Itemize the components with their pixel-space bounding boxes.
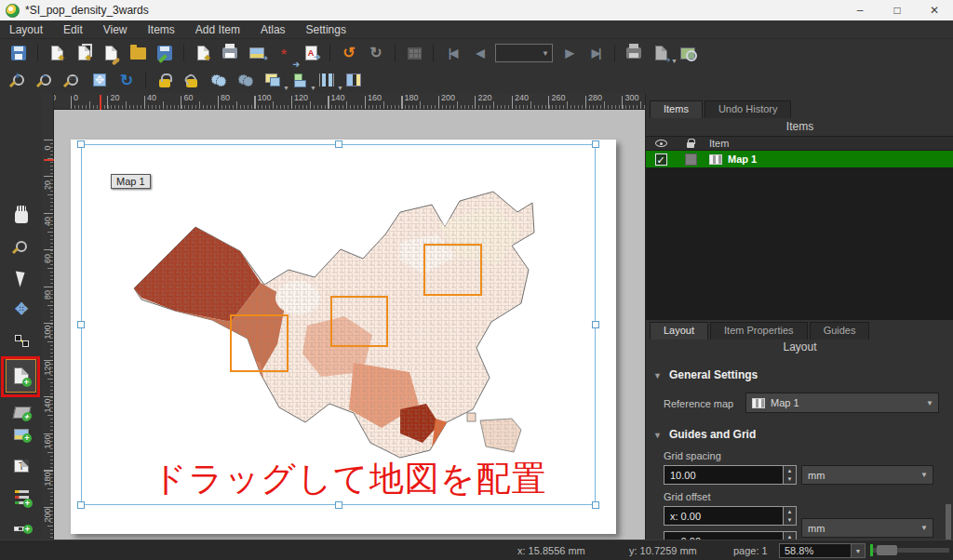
print-layout-icon[interactable] — [219, 42, 241, 64]
ungroup-items-icon[interactable] — [235, 69, 257, 91]
maximize-button[interactable]: □ — [879, 0, 916, 20]
move-arrows-icon: ✥ — [15, 300, 28, 319]
layout-canvas[interactable]: Map 1 ドラッグして地図を配置 — [54, 110, 645, 540]
refresh-view-icon[interactable]: ↻ — [115, 69, 138, 91]
new-layout-icon[interactable] — [46, 42, 68, 64]
minimize-button[interactable]: – — [841, 0, 879, 20]
redo-icon[interactable]: ↻ — [365, 42, 387, 64]
add-scalebar-tool[interactable] — [9, 516, 34, 540]
resize-handle-n[interactable] — [335, 140, 342, 148]
pan-layout-tool[interactable] — [9, 204, 34, 228]
layout-panel-content: ▼General Settings Reference map Map 1 ▼ … — [646, 355, 953, 540]
atlas-settings-icon[interactable] — [403, 42, 425, 64]
duplicate-layout-icon[interactable] — [73, 42, 95, 64]
export-as-pdf-icon[interactable]: A — [300, 42, 322, 64]
zoom-slider[interactable] — [870, 548, 949, 553]
open-layout-icon[interactable] — [127, 42, 149, 64]
grid-offset-y-input[interactable]: y: 0.00 ▲▼ — [664, 531, 797, 540]
add-label-tool[interactable]: T — [9, 454, 34, 478]
menu-layout[interactable]: Layout — [9, 23, 43, 36]
resize-handle-se[interactable] — [592, 501, 599, 509]
save-project-icon[interactable] — [7, 42, 30, 64]
zoom-tool[interactable] — [9, 234, 34, 259]
tab-items[interactable]: Items — [650, 100, 703, 118]
visibility-checkbox[interactable]: ✓ — [655, 153, 667, 166]
add-3d-map-tool[interactable] — [9, 400, 34, 424]
ruler-h-label: 220 — [478, 93, 492, 102]
chevron-down-icon: ▼ — [920, 524, 928, 532]
ruler-v-label: 200 — [43, 508, 52, 523]
move-item-content-tool[interactable]: ✥ — [9, 297, 34, 321]
ruler-h-label: 140 — [331, 93, 345, 102]
resize-handle-s[interactable] — [335, 501, 342, 509]
zoom-slider-thumb[interactable] — [877, 545, 897, 555]
zoom-in-icon[interactable]: + — [7, 69, 30, 91]
items-table-row-map1[interactable]: ✓ Map 1 — [646, 151, 953, 167]
item-row-label: Map 1 — [728, 153, 757, 165]
legend-icon — [15, 490, 29, 504]
grid-spacing-unit: mm — [808, 470, 825, 481]
ruler-h-label: 0 — [74, 93, 78, 102]
group-items-icon[interactable] — [208, 69, 230, 91]
tab-undo-history[interactable]: Undo History — [705, 100, 792, 118]
select-move-item-tool[interactable] — [9, 266, 34, 290]
export-as-image-icon[interactable] — [246, 42, 268, 64]
spinner-buttons[interactable]: ▲▼ — [783, 507, 796, 525]
preview-atlas-icon[interactable] — [677, 42, 699, 64]
unlock-all-items-icon[interactable] — [181, 69, 203, 91]
menu-items[interactable]: Items — [148, 23, 175, 36]
atlas-first-feature-icon[interactable]: |◀ — [441, 42, 463, 64]
menu-settings[interactable]: Settings — [306, 23, 346, 36]
export-atlas-icon[interactable]: ▼ — [650, 42, 672, 64]
raise-selected-items-icon[interactable]: ▼ — [262, 69, 284, 91]
tab-layout[interactable]: Layout — [650, 322, 708, 340]
tab-guides[interactable]: Guides — [810, 322, 870, 340]
spinner-buttons[interactable]: ▲▼ — [783, 532, 796, 540]
atlas-last-feature-icon[interactable]: ▶| — [584, 42, 607, 64]
add-picture-tool[interactable] — [9, 422, 34, 447]
export-as-svg-icon[interactable]: * — [273, 42, 295, 64]
align-selected-items-icon[interactable]: ▼ — [289, 69, 311, 91]
zoom-actual-size-icon[interactable]: 1:1 — [61, 69, 84, 91]
general-settings-header[interactable]: ▼General Settings — [653, 368, 758, 381]
resize-items-icon[interactable] — [342, 69, 365, 91]
resize-handle-sw[interactable] — [77, 501, 85, 509]
items-list-body[interactable] — [646, 167, 953, 320]
undo-icon[interactable]: ↺ — [338, 42, 360, 64]
zoom-out-icon[interactable]: − — [34, 69, 57, 91]
layout-manager-icon[interactable] — [100, 42, 122, 64]
eye-icon — [655, 140, 667, 147]
print-atlas-icon[interactable] — [623, 42, 645, 64]
guides-and-grid-header[interactable]: ▼Guides and Grid — [653, 428, 756, 441]
atlas-previous-feature-icon[interactable]: ◀ — [468, 42, 490, 64]
zoom-full-extent-icon[interactable] — [88, 69, 111, 91]
panel-scrollbar[interactable] — [946, 504, 951, 540]
grid-offset-unit-dropdown[interactable]: mm ▼ — [801, 518, 933, 538]
edit-nodes-item-tool[interactable] — [9, 328, 34, 353]
resize-handle-ne[interactable] — [592, 140, 599, 148]
add-items-from-template-icon[interactable] — [192, 42, 214, 64]
resize-handle-e[interactable] — [592, 321, 599, 328]
grid-spacing-unit-dropdown[interactable]: mm ▼ — [801, 465, 933, 485]
menu-add-item[interactable]: Add Item — [195, 23, 240, 36]
reference-map-dropdown[interactable]: Map 1 ▼ — [745, 393, 939, 413]
distribute-items-icon[interactable]: ▼ — [315, 69, 338, 91]
spinner-buttons[interactable]: ▲▼ — [783, 466, 796, 484]
tab-item-properties[interactable]: Item Properties — [710, 322, 808, 340]
save-as-template-icon[interactable] — [154, 42, 176, 64]
lock-items-icon[interactable] — [154, 69, 176, 91]
menu-edit[interactable]: Edit — [63, 23, 83, 36]
atlas-next-feature-icon[interactable]: ▶ — [557, 42, 580, 64]
grid-offset-x-input[interactable]: x: 0.00 ▲▼ — [664, 506, 797, 526]
lock-checkbox[interactable] — [685, 153, 697, 166]
zoom-level-combo[interactable]: 58.8% ▼ — [779, 543, 866, 558]
close-button[interactable]: ✕ — [916, 0, 953, 20]
grid-spacing-input[interactable]: 10.00 ▲▼ — [664, 465, 797, 485]
add-legend-tool[interactable] — [9, 485, 34, 509]
resize-handle-nw[interactable] — [77, 140, 85, 148]
menu-atlas[interactable]: Atlas — [261, 23, 286, 36]
title-bar: *SI_pop_density_3wards – □ ✕ — [0, 0, 953, 20]
resize-handle-w[interactable] — [77, 321, 85, 328]
atlas-feature-combo[interactable]: ▼ — [495, 44, 553, 62]
menu-view[interactable]: View — [103, 23, 128, 36]
